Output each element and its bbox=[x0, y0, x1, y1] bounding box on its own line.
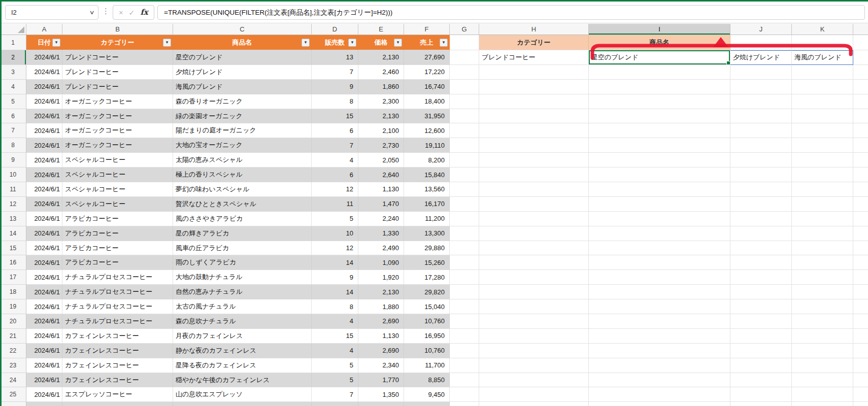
cell[interactable] bbox=[450, 167, 479, 182]
cell[interactable] bbox=[589, 241, 730, 256]
cell[interactable] bbox=[26, 402, 62, 406]
cell[interactable] bbox=[589, 314, 730, 329]
cell[interactable] bbox=[450, 182, 479, 197]
cell[interactable]: 9,450 bbox=[404, 387, 450, 402]
cell[interactable] bbox=[479, 285, 589, 299]
cell[interactable] bbox=[792, 123, 853, 138]
cell[interactable]: 4 bbox=[312, 344, 358, 358]
cell[interactable] bbox=[589, 358, 730, 373]
cell[interactable] bbox=[792, 299, 853, 314]
cell[interactable] bbox=[479, 153, 589, 167]
cell[interactable]: 2024/6/1 bbox=[26, 358, 62, 373]
cell[interactable]: アラビカコーヒー bbox=[62, 241, 173, 256]
cell[interactable] bbox=[792, 153, 853, 167]
row-header-21[interactable]: 21 bbox=[0, 329, 26, 344]
cell[interactable] bbox=[62, 402, 173, 406]
cell[interactable]: 11 bbox=[312, 197, 358, 212]
cell[interactable]: 2024/6/1 bbox=[26, 65, 62, 80]
cell[interactable]: 大地の宝オーガニック bbox=[173, 138, 312, 153]
cell[interactable] bbox=[479, 123, 589, 138]
cell[interactable] bbox=[479, 241, 589, 256]
cell[interactable]: 2,490 bbox=[358, 241, 404, 256]
cell[interactable]: 2,130 bbox=[358, 50, 404, 65]
cell[interactable]: オーガニックコーヒー bbox=[62, 123, 173, 138]
cell[interactable]: 2024/6/1 bbox=[26, 344, 62, 358]
cell[interactable]: 14 bbox=[312, 255, 358, 270]
cell[interactable]: ナチュラルプロセスコーヒー bbox=[62, 299, 173, 314]
row-header-3[interactable]: 3 bbox=[0, 65, 26, 80]
cell[interactable]: 月夜のカフェインレス bbox=[173, 329, 312, 344]
row-header-11[interactable]: 11 bbox=[0, 182, 26, 197]
cell[interactable] bbox=[450, 109, 479, 124]
cell[interactable] bbox=[730, 138, 792, 153]
cell[interactable]: ナチュラルプロセスコーヒー bbox=[62, 314, 173, 329]
cell[interactable] bbox=[479, 138, 589, 153]
row-header-1[interactable]: 1 bbox=[0, 35, 26, 50]
table-header-cell[interactable]: 販売数▾ bbox=[312, 35, 358, 50]
cell[interactable] bbox=[479, 358, 589, 373]
cell[interactable]: 7 bbox=[312, 65, 358, 80]
cell[interactable] bbox=[589, 344, 730, 358]
cell[interactable]: 10,760 bbox=[404, 314, 450, 329]
cell[interactable] bbox=[479, 167, 589, 182]
cell[interactable]: エスプレッソコーヒー bbox=[62, 387, 173, 402]
column-header-g[interactable]: G bbox=[450, 24, 479, 35]
row-header-16[interactable]: 16 bbox=[0, 255, 26, 270]
enter-icon[interactable]: ✓ bbox=[129, 9, 135, 16]
cell[interactable] bbox=[589, 197, 730, 212]
cell[interactable] bbox=[792, 109, 853, 124]
cell[interactable] bbox=[450, 35, 479, 50]
cell[interactable]: 2024/6/1 bbox=[26, 314, 62, 329]
cell[interactable]: 星空のブレンド bbox=[173, 50, 312, 65]
cell[interactable]: 11,200 bbox=[404, 212, 450, 226]
column-header-f[interactable]: F bbox=[404, 24, 450, 35]
cell[interactable]: 4 bbox=[312, 314, 358, 329]
cell[interactable]: 星の輝きアラビカ bbox=[173, 226, 312, 241]
cell[interactable]: 16,950 bbox=[404, 329, 450, 344]
cell[interactable]: 海風のブレンド bbox=[173, 80, 312, 94]
cell[interactable]: 緑の楽園オーガニック bbox=[173, 109, 312, 124]
cell[interactable]: 2024/6/1 bbox=[26, 212, 62, 226]
cell[interactable]: ナチュラルプロセスコーヒー bbox=[62, 285, 173, 299]
row-header-22[interactable]: 22 bbox=[0, 344, 26, 358]
cell[interactable] bbox=[479, 80, 589, 94]
column-header-h[interactable]: H bbox=[479, 24, 589, 35]
select-all-button[interactable] bbox=[0, 24, 26, 35]
cell[interactable]: カフェインレスコーヒー bbox=[62, 358, 173, 373]
cell[interactable] bbox=[589, 153, 730, 167]
cell[interactable] bbox=[730, 402, 792, 406]
cell[interactable] bbox=[792, 226, 853, 241]
cell[interactable] bbox=[589, 167, 730, 182]
lookup-category-header-cell[interactable]: カテゴリー bbox=[479, 35, 589, 50]
cell[interactable] bbox=[479, 299, 589, 314]
cell[interactable] bbox=[358, 402, 404, 406]
cell[interactable] bbox=[450, 373, 479, 388]
cell[interactable]: 森の香りオーガニック bbox=[173, 94, 312, 109]
row-header-26[interactable] bbox=[0, 402, 26, 406]
cell[interactable] bbox=[450, 138, 479, 153]
cell[interactable] bbox=[450, 241, 479, 256]
cell[interactable]: 2024/6/1 bbox=[26, 387, 62, 402]
cell[interactable] bbox=[730, 285, 792, 299]
cell[interactable]: 18,400 bbox=[404, 94, 450, 109]
cell[interactable]: 2,300 bbox=[358, 94, 404, 109]
cell[interactable]: アラビカコーヒー bbox=[62, 255, 173, 270]
cell[interactable] bbox=[730, 358, 792, 373]
cell[interactable] bbox=[792, 65, 853, 80]
cell[interactable]: 12 bbox=[312, 182, 358, 197]
cell[interactable]: 19,110 bbox=[404, 138, 450, 153]
cell[interactable] bbox=[479, 65, 589, 80]
cell[interactable] bbox=[792, 167, 853, 182]
cell[interactable]: 12 bbox=[312, 241, 358, 256]
cell[interactable]: 6 bbox=[312, 167, 358, 182]
cell[interactable] bbox=[792, 197, 853, 212]
cell[interactable]: ナチュラルプロセスコーヒー bbox=[62, 270, 173, 285]
cell[interactable]: 2024/6/1 bbox=[26, 50, 62, 65]
cell[interactable] bbox=[589, 65, 730, 80]
cell[interactable] bbox=[730, 109, 792, 124]
cell[interactable]: スペシャルコーヒー bbox=[62, 167, 173, 182]
cell[interactable]: 7 bbox=[312, 387, 358, 402]
cell[interactable]: オーガニックコーヒー bbox=[62, 94, 173, 109]
cell[interactable]: 2,130 bbox=[358, 109, 404, 124]
cancel-icon[interactable]: × bbox=[119, 9, 123, 16]
